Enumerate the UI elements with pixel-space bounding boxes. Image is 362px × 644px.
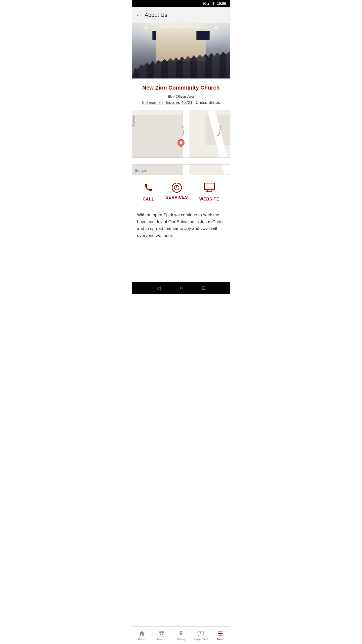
church-info-section: New Zion Community Church 955 Oliver Ave… <box>132 78 230 110</box>
website-label: WEBSITE <box>199 197 219 202</box>
battery-icon: 🔋 <box>211 2 215 6</box>
more-icon <box>217 630 223 637</box>
g-blue: G <box>134 169 137 173</box>
nav-giving[interactable]: Giving <box>171 627 191 644</box>
services-button[interactable]: SERVICES <box>166 183 188 202</box>
header: ← About Us <box>132 7 230 23</box>
light-5 <box>215 27 217 29</box>
pin-head <box>176 138 186 148</box>
events-icon <box>158 630 165 637</box>
nav-more[interactable]: More <box>210 627 230 644</box>
light-1 <box>145 27 147 29</box>
screen-right <box>196 31 210 40</box>
svg-rect-1 <box>204 183 214 190</box>
phone-icon <box>144 183 153 194</box>
back-button[interactable]: ← <box>136 12 142 18</box>
bottom-nav: Home Events Giving Prayer Wall <box>132 626 230 644</box>
network-icon: 4G▲ <box>202 2 210 6</box>
church-hero-image <box>132 23 230 78</box>
g-yellow: o <box>139 169 142 173</box>
status-icons: 4G▲ 🔋 10:56 <box>202 2 226 6</box>
address-country: , United States <box>194 100 220 105</box>
svg-rect-9 <box>160 634 161 634</box>
map-section[interactable]: Birch Ave Drover St River Ave G o o g l … <box>132 110 230 175</box>
android-back[interactable]: ◁ <box>157 285 160 291</box>
status-bar: 4G▲ 🔋 10:56 <box>132 0 230 7</box>
website-button[interactable]: WEBSITE <box>199 183 219 202</box>
clock-icon <box>172 183 182 193</box>
svg-rect-10 <box>162 634 163 634</box>
call-button[interactable]: CALL <box>143 183 154 202</box>
nav-giving-label: Giving <box>177 638 185 641</box>
clock-circle <box>172 183 182 193</box>
services-label: SERVICES <box>166 195 188 200</box>
status-time: 10:56 <box>217 2 226 6</box>
about-description: With an open Spirit we continue to seek … <box>137 212 225 239</box>
nav-home[interactable]: Home <box>132 627 152 644</box>
nav-events[interactable]: Events <box>152 627 171 644</box>
prayer-wall-icon <box>197 630 204 637</box>
address-link[interactable]: 955 Oliver Ave Indianapolis, Indiana, 46… <box>142 94 194 105</box>
nav-prayer-wall[interactable]: Prayer Wall <box>191 627 210 644</box>
church-address: 955 Oliver Ave Indianapolis, Indiana, 46… <box>136 94 226 106</box>
home-icon <box>139 630 145 637</box>
birch-ave-label: Birch Ave <box>132 115 135 126</box>
map-pin[interactable] <box>177 139 185 147</box>
svg-rect-5 <box>159 631 164 636</box>
road-horizontal <box>132 157 230 165</box>
action-buttons-section: CALL SERVICES WEBSITE <box>132 175 230 207</box>
nav-events-label: Events <box>157 638 166 641</box>
android-home[interactable]: ○ <box>180 285 183 291</box>
monitor-icon <box>204 183 215 194</box>
giving-icon <box>178 630 184 637</box>
svg-rect-14 <box>218 631 223 632</box>
church-name: New Zion Community Church <box>136 85 226 91</box>
drover-st-label: Drover St <box>182 126 185 136</box>
nav-more-label: More <box>217 638 223 641</box>
google-logo: G o o g l e <box>134 169 147 173</box>
svg-point-11 <box>180 632 182 633</box>
g-blue2: g <box>142 169 144 173</box>
svg-rect-16 <box>218 635 223 635</box>
nav-prayer-wall-label: Prayer Wall <box>194 638 208 641</box>
g-red: o <box>137 169 140 173</box>
map-background: Birch Ave Drover St River Ave G o o g l … <box>132 110 230 175</box>
android-nav-bar: ◁ ○ □ <box>132 282 230 294</box>
page-title: About Us <box>145 12 167 18</box>
g-red2: e <box>145 169 147 173</box>
about-text-section: With an open Spirit we continue to seek … <box>132 207 230 264</box>
svg-rect-15 <box>218 633 223 634</box>
call-label: CALL <box>143 197 154 202</box>
address-line2: Indianapolis, Indiana, 46221 <box>142 100 192 105</box>
map-block-1 <box>132 115 182 157</box>
address-line1: 955 Oliver Ave <box>168 94 194 99</box>
nav-home-label: Home <box>138 638 145 641</box>
android-recents[interactable]: □ <box>202 285 205 291</box>
